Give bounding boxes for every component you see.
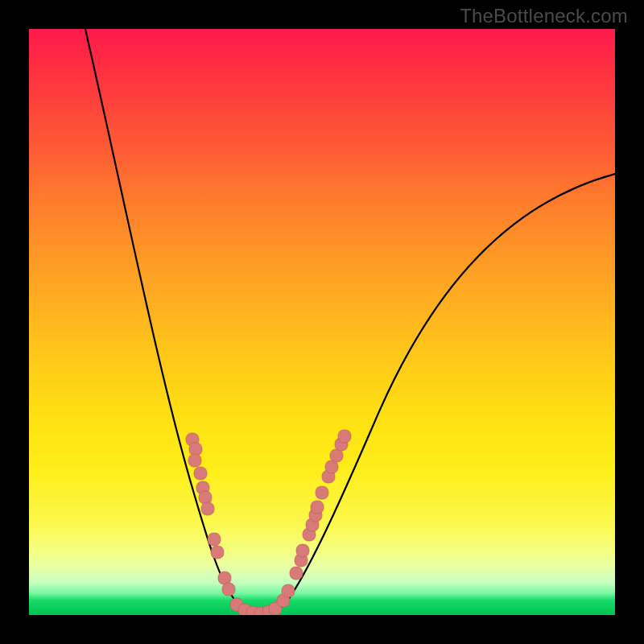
data-marker xyxy=(194,467,207,480)
data-marker xyxy=(218,572,231,584)
bottleneck-curve xyxy=(85,29,615,613)
chart-frame: TheBottleneck.com xyxy=(0,0,644,644)
data-marker xyxy=(189,443,202,456)
data-marker xyxy=(201,502,214,515)
data-marker xyxy=(222,583,235,596)
data-marker xyxy=(338,430,351,443)
data-marker xyxy=(296,544,309,557)
data-marker xyxy=(208,533,221,546)
data-marker xyxy=(282,584,295,597)
data-marker xyxy=(290,567,303,580)
data-marker xyxy=(330,449,343,462)
data-marker xyxy=(211,546,224,559)
data-marker xyxy=(199,491,212,504)
data-marker xyxy=(316,486,328,499)
marker-group xyxy=(186,430,351,615)
data-marker xyxy=(325,460,338,473)
data-marker xyxy=(311,501,324,514)
watermark-text: TheBottleneck.com xyxy=(460,5,628,27)
data-marker xyxy=(188,454,201,467)
plot-area xyxy=(29,29,615,615)
curve-layer xyxy=(29,29,615,615)
